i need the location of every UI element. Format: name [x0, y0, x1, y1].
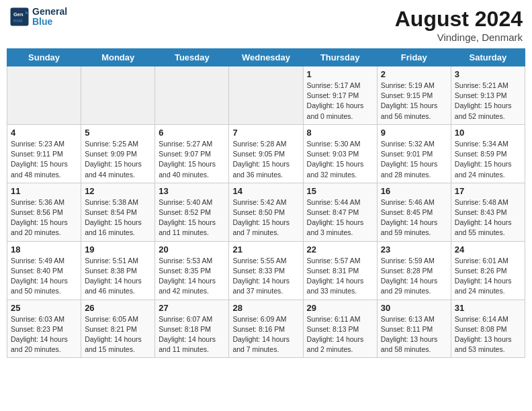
svg-text:Gen: Gen	[13, 11, 24, 17]
calendar-cell: 18Sunrise: 5:49 AM Sunset: 8:40 PM Dayli…	[7, 241, 81, 300]
day-number: 3	[455, 69, 521, 79]
calendar-cell: 27Sunrise: 6:07 AM Sunset: 8:18 PM Dayli…	[155, 300, 229, 358]
logo: Gen eral General Blue	[9, 7, 67, 28]
day-detail: Sunrise: 5:25 AM Sunset: 9:09 PM Dayligh…	[85, 139, 151, 180]
day-detail: Sunrise: 5:21 AM Sunset: 9:13 PM Dayligh…	[455, 81, 521, 122]
calendar-cell: 13Sunrise: 5:40 AM Sunset: 8:52 PM Dayli…	[155, 183, 229, 241]
day-detail: Sunrise: 5:34 AM Sunset: 8:59 PM Dayligh…	[455, 139, 521, 180]
day-detail: Sunrise: 6:14 AM Sunset: 8:08 PM Dayligh…	[455, 314, 521, 355]
calendar-cell: 22Sunrise: 5:57 AM Sunset: 8:31 PM Dayli…	[303, 241, 377, 300]
calendar-cell: 21Sunrise: 5:55 AM Sunset: 8:33 PM Dayli…	[229, 241, 303, 300]
day-number: 13	[159, 186, 225, 196]
calendar-cell: 20Sunrise: 5:53 AM Sunset: 8:35 PM Dayli…	[155, 241, 229, 300]
calendar-week-row: 18Sunrise: 5:49 AM Sunset: 8:40 PM Dayli…	[7, 241, 525, 300]
calendar-cell	[229, 66, 303, 125]
day-detail: Sunrise: 5:46 AM Sunset: 8:45 PM Dayligh…	[381, 197, 447, 238]
calendar-cell: 8Sunrise: 5:30 AM Sunset: 9:03 PM Daylig…	[303, 124, 377, 183]
calendar-week-row: 25Sunrise: 6:03 AM Sunset: 8:23 PM Dayli…	[7, 300, 525, 358]
day-detail: Sunrise: 5:42 AM Sunset: 8:50 PM Dayligh…	[232, 197, 299, 238]
day-detail: Sunrise: 5:38 AM Sunset: 8:54 PM Dayligh…	[85, 197, 151, 238]
day-number: 31	[455, 303, 521, 313]
calendar-cell	[81, 66, 155, 125]
day-number: 1	[307, 69, 373, 79]
day-detail: Sunrise: 5:23 AM Sunset: 9:11 PM Dayligh…	[11, 139, 77, 180]
calendar-cell: 23Sunrise: 5:59 AM Sunset: 8:28 PM Dayli…	[377, 241, 451, 300]
day-number: 15	[307, 186, 373, 196]
calendar-week-row: 4Sunrise: 5:23 AM Sunset: 9:11 PM Daylig…	[7, 124, 525, 183]
day-number: 24	[455, 244, 521, 255]
day-detail: Sunrise: 5:28 AM Sunset: 9:05 PM Dayligh…	[232, 139, 299, 180]
page-header: Gen eral General Blue August 2024 Vindin…	[7, 7, 525, 43]
day-detail: Sunrise: 5:57 AM Sunset: 8:31 PM Dayligh…	[307, 256, 373, 297]
day-detail: Sunrise: 5:27 AM Sunset: 9:07 PM Dayligh…	[159, 139, 225, 180]
day-detail: Sunrise: 5:19 AM Sunset: 9:15 PM Dayligh…	[381, 81, 447, 122]
day-number: 21	[232, 244, 299, 255]
month-year-title: August 2024	[395, 7, 523, 32]
day-number: 9	[381, 128, 447, 138]
day-number: 10	[455, 128, 521, 138]
calendar-cell: 1Sunrise: 5:17 AM Sunset: 9:17 PM Daylig…	[303, 66, 377, 125]
day-number: 22	[307, 244, 373, 255]
location-subtitle: Vindinge, Denmark	[395, 32, 523, 43]
day-number: 30	[381, 303, 447, 313]
calendar-cell	[7, 66, 81, 125]
day-number: 5	[85, 128, 151, 138]
day-number: 2	[381, 69, 447, 79]
svg-text:eral: eral	[13, 17, 22, 24]
calendar-week-row: 1Sunrise: 5:17 AM Sunset: 9:17 PM Daylig…	[7, 66, 525, 125]
day-number: 19	[85, 244, 151, 255]
calendar-cell: 15Sunrise: 5:44 AM Sunset: 8:47 PM Dayli…	[303, 183, 377, 241]
calendar-cell: 6Sunrise: 5:27 AM Sunset: 9:07 PM Daylig…	[155, 124, 229, 183]
day-of-week-header: Friday	[377, 49, 451, 66]
calendar-cell: 16Sunrise: 5:46 AM Sunset: 8:45 PM Dayli…	[377, 183, 451, 241]
calendar-cell: 29Sunrise: 6:11 AM Sunset: 8:13 PM Dayli…	[303, 300, 377, 358]
day-number: 23	[381, 244, 447, 255]
day-detail: Sunrise: 5:40 AM Sunset: 8:52 PM Dayligh…	[159, 197, 225, 238]
calendar-header-row: SundayMondayTuesdayWednesdayThursdayFrid…	[7, 49, 525, 66]
logo-icon: Gen eral	[9, 7, 30, 27]
day-of-week-header: Thursday	[303, 49, 377, 66]
calendar-cell: 26Sunrise: 6:05 AM Sunset: 8:21 PM Dayli…	[81, 300, 155, 358]
day-number: 28	[232, 303, 299, 313]
calendar-cell: 25Sunrise: 6:03 AM Sunset: 8:23 PM Dayli…	[7, 300, 81, 358]
day-detail: Sunrise: 5:44 AM Sunset: 8:47 PM Dayligh…	[307, 197, 373, 238]
day-detail: Sunrise: 5:48 AM Sunset: 8:43 PM Dayligh…	[455, 197, 521, 238]
day-detail: Sunrise: 5:30 AM Sunset: 9:03 PM Dayligh…	[307, 139, 373, 180]
day-number: 6	[159, 128, 225, 138]
day-number: 14	[232, 186, 299, 196]
day-number: 27	[159, 303, 225, 313]
day-number: 18	[11, 244, 77, 255]
day-of-week-header: Saturday	[451, 49, 525, 66]
calendar-cell: 14Sunrise: 5:42 AM Sunset: 8:50 PM Dayli…	[229, 183, 303, 241]
calendar-cell: 7Sunrise: 5:28 AM Sunset: 9:05 PM Daylig…	[229, 124, 303, 183]
calendar-cell	[155, 66, 229, 125]
calendar-week-row: 11Sunrise: 5:36 AM Sunset: 8:56 PM Dayli…	[7, 183, 525, 241]
day-detail: Sunrise: 5:55 AM Sunset: 8:33 PM Dayligh…	[232, 256, 299, 297]
day-number: 11	[11, 186, 77, 196]
day-number: 17	[455, 186, 521, 196]
day-of-week-header: Sunday	[7, 49, 81, 66]
calendar-cell: 10Sunrise: 5:34 AM Sunset: 8:59 PM Dayli…	[451, 124, 525, 183]
day-detail: Sunrise: 5:59 AM Sunset: 8:28 PM Dayligh…	[381, 256, 447, 297]
calendar-cell: 4Sunrise: 5:23 AM Sunset: 9:11 PM Daylig…	[7, 124, 81, 183]
calendar-cell: 5Sunrise: 5:25 AM Sunset: 9:09 PM Daylig…	[81, 124, 155, 183]
day-number: 20	[159, 244, 225, 255]
day-of-week-header: Wednesday	[229, 49, 303, 66]
day-detail: Sunrise: 5:36 AM Sunset: 8:56 PM Dayligh…	[11, 197, 77, 238]
day-number: 25	[11, 303, 77, 313]
day-detail: Sunrise: 5:17 AM Sunset: 9:17 PM Dayligh…	[307, 81, 373, 122]
calendar-cell: 30Sunrise: 6:13 AM Sunset: 8:11 PM Dayli…	[377, 300, 451, 358]
calendar-cell: 31Sunrise: 6:14 AM Sunset: 8:08 PM Dayli…	[451, 300, 525, 358]
calendar-cell: 11Sunrise: 5:36 AM Sunset: 8:56 PM Dayli…	[7, 183, 81, 241]
day-detail: Sunrise: 6:13 AM Sunset: 8:11 PM Dayligh…	[381, 314, 447, 355]
day-detail: Sunrise: 5:49 AM Sunset: 8:40 PM Dayligh…	[11, 256, 77, 297]
calendar-cell: 9Sunrise: 5:32 AM Sunset: 9:01 PM Daylig…	[377, 124, 451, 183]
calendar-cell: 2Sunrise: 5:19 AM Sunset: 9:15 PM Daylig…	[377, 66, 451, 125]
day-detail: Sunrise: 6:11 AM Sunset: 8:13 PM Dayligh…	[307, 314, 373, 355]
day-of-week-header: Tuesday	[155, 49, 229, 66]
day-number: 16	[381, 186, 447, 196]
day-detail: Sunrise: 5:32 AM Sunset: 9:01 PM Dayligh…	[381, 139, 447, 180]
day-number: 4	[11, 128, 77, 138]
day-detail: Sunrise: 5:51 AM Sunset: 8:38 PM Dayligh…	[85, 256, 151, 297]
day-number: 29	[307, 303, 373, 313]
